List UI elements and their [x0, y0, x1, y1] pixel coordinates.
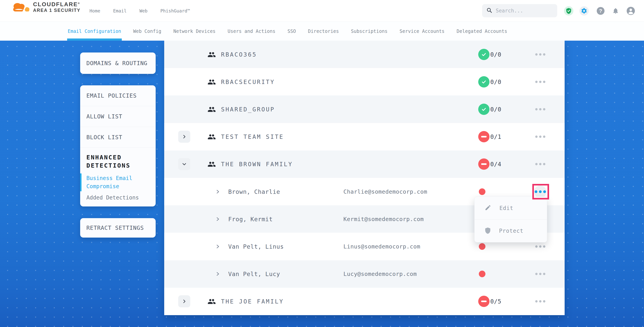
settings-gear-icon[interactable]: [580, 6, 589, 15]
status-badge-fail: [478, 131, 490, 142]
risk-dot: [479, 271, 486, 277]
group-icon: [208, 298, 216, 305]
risk-dot: [479, 188, 486, 195]
menu-item-protect[interactable]: Protect: [474, 220, 547, 242]
row-menu-button[interactable]: [534, 158, 546, 170]
sidebar-item-domains-routing[interactable]: DOMAINS & ROUTING: [86, 60, 148, 66]
group-name: RBACO365: [221, 51, 257, 58]
expand-chevron-button[interactable]: [178, 131, 190, 143]
search-icon: [486, 7, 492, 14]
account-avatar-icon[interactable]: [626, 6, 636, 15]
group-icon: [208, 78, 216, 85]
user-email: Lucy@somedemocorp.com: [344, 271, 417, 277]
protection-count: 0/0: [490, 51, 502, 58]
group-icon: [208, 51, 216, 58]
table-row[interactable]: Van Pelt, Lucy Lucy@somedemocorp.com: [164, 260, 564, 288]
tab-users-and-actions[interactable]: Users and Actions: [228, 22, 276, 41]
table-row[interactable]: TEST TEAM SITE 0/1: [164, 123, 564, 150]
table-row[interactable]: THE BROWN FAMILY 0/4: [164, 150, 564, 178]
nav-item-phishguard[interactable]: PhishGuard™: [160, 8, 190, 13]
tab-directories[interactable]: Directories: [308, 22, 339, 41]
sidebar-card-retract-settings[interactable]: RETRACT SETTINGS: [80, 218, 156, 238]
group-name: THE BROWN FAMILY: [221, 161, 293, 168]
row-menu-button[interactable]: [534, 76, 546, 88]
table-row[interactable]: SHARED_GROUP 0/0: [164, 95, 564, 123]
expand-chevron-button[interactable]: [178, 295, 190, 307]
user-chevron-icon: [216, 189, 220, 194]
user-name: Van Pelt, Lucy: [228, 271, 280, 278]
user-email: Kermit@somedemocorp.com: [344, 216, 424, 222]
row-menu-button-open[interactable]: [534, 185, 546, 198]
tab-email-configuration[interactable]: Email Configuration: [68, 22, 121, 41]
table-row[interactable]: RBACSECURITY 0/0: [164, 68, 564, 95]
protection-count: 0/4: [490, 161, 502, 168]
tab-service-accounts[interactable]: Service Accounts: [400, 22, 444, 41]
tab-sso[interactable]: SSO: [287, 22, 296, 41]
user-chevron-icon: [216, 217, 220, 221]
row-context-menu: Edit Protect: [474, 197, 547, 242]
status-badge-pass: [478, 76, 490, 87]
sidebar-item-added-detections[interactable]: Added Detections: [80, 192, 156, 207]
secondary-nav: Email Configuration Web Config Network D…: [0, 22, 644, 41]
nav-item-email[interactable]: Email: [113, 8, 126, 13]
sidebar-card-policies: EMAIL POLICIES ALLOW LIST BLOCK LIST ENH…: [80, 85, 156, 206]
sidebar-item-block-list[interactable]: BLOCK LIST: [80, 127, 156, 148]
table-row[interactable]: THE JOE FAMILY 0/5: [164, 288, 564, 315]
sidebar-item-business-email-compromise[interactable]: Business Email Compromise: [80, 173, 156, 192]
tab-delegated-accounts[interactable]: Delegated Accounts: [457, 22, 507, 41]
group-name: SHARED_GROUP: [221, 106, 275, 113]
nav-item-web[interactable]: Web: [140, 8, 148, 13]
table-row[interactable]: RBACO365 0/0: [164, 41, 564, 68]
user-name: Brown, Charlie: [228, 188, 280, 195]
primary-nav: Home Email Web PhishGuard™: [90, 0, 190, 22]
risk-dot: [479, 243, 486, 250]
tab-network-devices[interactable]: Network Devices: [173, 22, 216, 41]
group-name: THE JOE FAMILY: [221, 298, 284, 305]
nav-item-home[interactable]: Home: [90, 8, 100, 13]
group-name: TEST TEAM SITE: [221, 133, 284, 140]
search-box: [482, 4, 557, 17]
protection-count: 0/5: [490, 298, 502, 305]
sidebar-item-allow-list[interactable]: ALLOW LIST: [80, 106, 156, 127]
group-icon: [208, 133, 216, 140]
protection-status-shield-icon[interactable]: [564, 6, 573, 15]
protection-count: 0/0: [490, 106, 502, 113]
shield-icon: [485, 227, 491, 235]
row-menu-button[interactable]: [534, 295, 546, 308]
row-menu-button[interactable]: [534, 130, 546, 143]
menu-item-edit[interactable]: Edit: [474, 197, 547, 220]
app-header: CLOUDFLARE® AREA 1 SECURITY Home Email W…: [0, 0, 644, 22]
search-input[interactable]: [496, 8, 550, 13]
tab-web-config[interactable]: Web Config: [133, 22, 162, 41]
sidebar-item-email-policies[interactable]: EMAIL POLICIES: [80, 85, 156, 106]
user-name: Frog, Kermit: [228, 216, 273, 222]
registered-mark: ®: [78, 2, 80, 5]
user-name: Van Pelt, Linus: [228, 243, 284, 250]
status-badge-pass: [478, 49, 490, 60]
row-menu-button[interactable]: [534, 268, 546, 280]
collapse-chevron-button[interactable]: [178, 158, 190, 170]
status-badge-fail: [478, 296, 490, 307]
groups-table: RBACO365 0/0 RBACSECURITY 0/0 SHARED_GRO…: [164, 41, 564, 315]
user-email: Charlie@somedemocorp.com: [344, 188, 427, 195]
sidebar-card-domains-routing[interactable]: DOMAINS & ROUTING: [80, 52, 156, 74]
menu-item-label: Protect: [499, 228, 523, 234]
group-icon: [208, 161, 216, 167]
sidebar-item-enhanced-detections[interactable]: ENHANCED DETECTIONS: [80, 148, 156, 173]
user-email: Linus@somedemocorp.com: [344, 243, 420, 250]
row-menu-button[interactable]: [534, 103, 546, 115]
brand-name: CLOUDFLARE®: [33, 1, 80, 7]
pencil-icon: [485, 204, 491, 212]
cloudflare-logo[interactable]: CLOUDFLARE® AREA 1 SECURITY: [11, 1, 80, 13]
cloudflare-cloud-icon: [11, 1, 30, 13]
user-chevron-icon: [216, 244, 220, 249]
tab-subscriptions[interactable]: Subscriptions: [351, 22, 388, 41]
help-icon[interactable]: ?: [596, 6, 605, 15]
brand-subtitle: AREA 1 SECURITY: [33, 8, 80, 13]
row-menu-button[interactable]: [534, 48, 546, 61]
sidebar-item-retract-settings[interactable]: RETRACT SETTINGS: [86, 225, 144, 231]
group-icon: [208, 106, 216, 113]
group-name: RBACSECURITY: [221, 78, 275, 85]
protection-count: 0/0: [490, 78, 502, 85]
notifications-bell-icon[interactable]: [611, 6, 620, 15]
